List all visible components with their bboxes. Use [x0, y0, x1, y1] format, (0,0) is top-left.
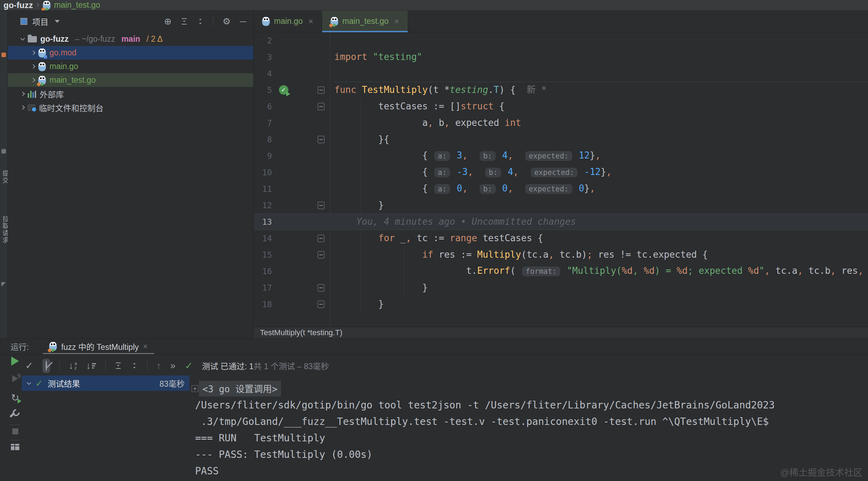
close-icon[interactable]: ×	[394, 16, 399, 26]
fold-marker-icon[interactable]	[318, 300, 325, 308]
code-line[interactable]: 8 }{	[254, 131, 868, 148]
code-line[interactable]: 9 { a: 3, b: 4, expected: 12},	[254, 148, 868, 164]
code-line[interactable]: 15 if res := Multiply(tc.a, tc.b); res !…	[254, 246, 868, 263]
chevron-right-icon[interactable]	[31, 50, 35, 55]
fold-marker-icon[interactable]	[318, 235, 325, 242]
tab-maintestgo[interactable]: main_test.go ×	[322, 11, 408, 32]
breadcrumb-project[interactable]: go-fuzz	[4, 0, 33, 10]
code-line[interactable]: 4	[254, 65, 868, 82]
sort-alphabetically-icon[interactable]: ↓ az	[69, 361, 77, 371]
fold-marker-icon[interactable]	[318, 136, 325, 143]
tab-maingo[interactable]: main.go ×	[254, 11, 322, 32]
collapse-all-icon[interactable]	[197, 18, 204, 25]
locate-file-icon[interactable]: ⊕	[164, 17, 172, 26]
line-number: 17	[254, 283, 275, 292]
tree-item-root[interactable]: go-fuzz – ~/go-fuzz main / 2 Δ	[8, 32, 253, 46]
rerun-icon[interactable]: ↻	[11, 392, 19, 404]
navigate-up-icon[interactable]: ↑	[156, 361, 161, 371]
fold-marker-icon[interactable]	[318, 284, 325, 292]
go-test-file-icon	[43, 1, 51, 10]
chevron-right-icon[interactable]	[31, 64, 35, 69]
line-number: 14	[254, 234, 275, 243]
code-line[interactable]: 17 }	[254, 279, 868, 296]
hide-panel-icon[interactable]: ─	[240, 17, 246, 26]
go-mod-file-icon	[38, 48, 46, 57]
line-number: 18	[254, 300, 275, 309]
code-line[interactable]: 18 }	[254, 296, 868, 312]
watermark: @稀土掘金技术社区	[780, 465, 862, 478]
tree-item-scratches[interactable]: 临时文件和控制台	[8, 101, 253, 114]
chevron-down-icon[interactable]	[27, 380, 31, 385]
go-file-icon	[262, 17, 270, 26]
chevron-right-icon[interactable]	[31, 78, 35, 82]
test-status: 测试 已通过: 1	[202, 362, 254, 371]
code-line[interactable]: 3import "testing"	[254, 49, 868, 65]
code-line[interactable]: 6 testCases := []struct {	[254, 98, 868, 115]
line-number: 8	[254, 135, 275, 144]
code-line[interactable]: 14 for _, tc := range testCases {	[254, 230, 868, 246]
breadcrumb-file[interactable]: main_test.go	[54, 0, 100, 10]
libraries-icon	[28, 90, 36, 98]
fold-marker-icon[interactable]	[318, 251, 325, 259]
stripe-flag-icon[interactable]	[1, 282, 6, 286]
editor-breadcrumb-bar: TestMultiply(t *testing.T)	[254, 327, 868, 338]
code-line[interactable]: 16 t.Errorf( format: "Multiply(%d, %d) =…	[254, 263, 868, 279]
code-line[interactable]: 10 { a: -3, b: 4, expected: -12},	[254, 164, 868, 181]
code-line[interactable]: 7 a, b, expected int	[254, 115, 868, 131]
run-config-tab[interactable]: fuzz 中的 TestMultiply ×	[43, 339, 154, 354]
more-actions-icon[interactable]: »	[170, 361, 175, 371]
go-test-file-icon	[49, 342, 57, 351]
console-line: === RUN TestMultiply	[189, 430, 868, 446]
tree-item-gomod[interactable]: go.mod	[8, 46, 253, 60]
play-history-icon[interactable]: 9	[12, 375, 18, 384]
test-results-row[interactable]: ✓ 测试结果 83毫秒	[22, 375, 189, 391]
chevron-down-icon[interactable]	[20, 36, 25, 41]
code-line[interactable]: 5✓func TestMultiply(t *testing.T) { 新 *	[254, 82, 868, 98]
code-line[interactable]: 2	[254, 32, 868, 49]
tree-item-maingo[interactable]: main.go	[8, 60, 253, 73]
expand-fold-icon[interactable]: +	[192, 385, 198, 392]
run-panel: 运行: fuzz 中的 TestMultiply × 9 ↻	[0, 338, 868, 481]
fold-marker-icon[interactable]	[318, 86, 325, 94]
line-number: 15	[254, 250, 275, 259]
layout-icon[interactable]	[11, 444, 19, 450]
circle-slash-icon	[46, 360, 47, 371]
console[interactable]: + <3 go 设置调用> /Users/fliter/sdk/gotip/bi…	[189, 375, 868, 481]
collapse-all-icon[interactable]	[131, 362, 138, 369]
chevron-right-icon[interactable]	[20, 105, 25, 110]
chevron-down-icon[interactable]	[55, 20, 60, 23]
tree-item-maintestgo[interactable]: main_test.go	[8, 73, 253, 87]
code-line[interactable]: 13 You, 4 minutes ago • Uncommitted chan…	[254, 214, 868, 230]
close-icon[interactable]: ×	[143, 342, 148, 351]
fix-wrench-icon[interactable]	[11, 409, 20, 418]
folded-text[interactable]: <3 go 设置调用>	[199, 381, 281, 397]
code-area[interactable]: 23import "testing"45✓func TestMultiply(t…	[254, 32, 868, 327]
code-line[interactable]: 11 { a: 0, b: 0, expected: 0},	[254, 181, 868, 197]
stop-icon[interactable]	[12, 428, 18, 434]
console-line: .3/tmp/GoLand/___fuzz__TestMultiply.test…	[189, 413, 868, 430]
divider	[10, 440, 20, 440]
test-passed-icon: ✓	[35, 378, 43, 388]
tree-item-external-libraries[interactable]: 外部库	[8, 87, 253, 101]
stripe-icon-orange[interactable]	[1, 53, 6, 57]
line-number: 3	[254, 53, 275, 62]
console-folded-region[interactable]: + <3 go 设置调用>	[189, 380, 868, 397]
run-test-gutter-icon[interactable]: ✓	[279, 85, 288, 95]
settings-gear-icon[interactable]: ⚙	[222, 17, 231, 26]
project-view-icon	[20, 18, 27, 25]
run-button[interactable]	[11, 357, 19, 366]
editor-breadcrumb[interactable]: TestMultiply(t *testing.T)	[260, 328, 342, 337]
show-ignored-toggle[interactable]	[42, 359, 50, 373]
sort-by-duration-icon[interactable]: ↓	[86, 361, 96, 371]
expand-all-icon[interactable]	[181, 18, 188, 25]
fold-marker-icon[interactable]	[318, 202, 325, 209]
code-line[interactable]: 12 }	[254, 197, 868, 214]
chevron-right-icon[interactable]	[20, 92, 25, 96]
editor-area: main.go × main_test.go × 23import "testi…	[254, 11, 868, 338]
close-icon[interactable]: ×	[308, 16, 313, 26]
expand-all-icon[interactable]	[115, 362, 122, 369]
fold-marker-icon[interactable]	[318, 103, 325, 110]
stripe-icon-gray[interactable]	[1, 149, 6, 154]
show-passed-icon[interactable]: ✓	[25, 361, 33, 371]
project-panel-title[interactable]: 项目	[32, 15, 48, 27]
